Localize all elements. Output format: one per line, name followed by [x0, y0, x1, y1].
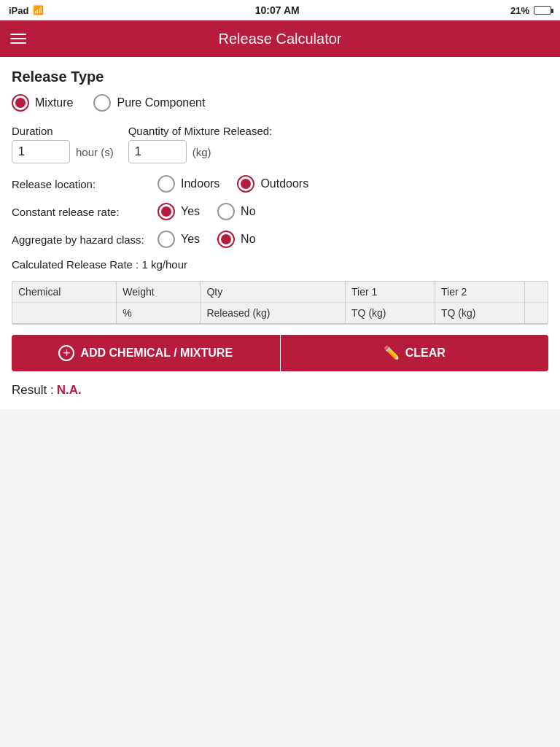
quantity-label: Quantity of Mixture Released:	[128, 125, 273, 137]
radio-agg-no-label: No	[241, 233, 255, 246]
constant-release-options: Yes No	[158, 203, 256, 220]
radio-indoors-label: Indoors	[181, 177, 219, 190]
radio-outdoors[interactable]: Outdoors	[237, 175, 308, 193]
result-value: N.A.	[57, 383, 82, 398]
col-chemical-header: Chemical	[12, 282, 117, 303]
radio-indoors[interactable]: Indoors	[158, 175, 219, 193]
col-tier2-header: Tier 2	[435, 282, 525, 303]
quantity-group: Quantity of Mixture Released: (kg)	[128, 125, 273, 163]
duration-label: Duration	[12, 125, 114, 137]
radio-outdoors-label: Outdoors	[260, 177, 308, 190]
radio-agg-yes-label: Yes	[181, 233, 200, 246]
radio-agg-yes[interactable]: Yes	[158, 231, 200, 248]
release-location-row: Release location: Indoors Outdoors	[12, 175, 548, 193]
radio-agg-no-inner	[221, 234, 231, 244]
radio-pure-outer	[93, 94, 111, 112]
quantity-unit: (kg)	[192, 146, 211, 158]
radio-const-no[interactable]: No	[217, 203, 255, 220]
action-buttons: + ADD CHEMICAL / MIXTURE ✏️ CLEAR	[12, 335, 548, 371]
status-left: iPad 📶	[9, 5, 44, 16]
radio-const-yes-inner	[161, 206, 171, 217]
header: Release Calculator	[0, 20, 560, 57]
calc-rate-display: Calculated Release Rate : 1 kg/hour	[12, 258, 548, 271]
time-label: 10:07 AM	[255, 4, 300, 16]
menu-button[interactable]	[10, 34, 26, 44]
add-chemical-button[interactable]: + ADD CHEMICAL / MIXTURE	[12, 335, 280, 371]
col-qty-header: Qty	[201, 282, 346, 303]
col-tier1-header: Tier 1	[346, 282, 435, 303]
chemicals-table: Chemical Weight Qty Tier 1 Tier 2 % Rele…	[12, 281, 548, 325]
release-type-options: Mixture Pure Component	[12, 94, 548, 112]
radio-pure[interactable]: Pure Component	[93, 94, 205, 112]
plus-icon: +	[58, 345, 74, 361]
add-button-label: ADD CHEMICAL / MIXTURE	[80, 347, 233, 360]
aggregate-hazard-label: Aggregate by hazard class:	[12, 233, 158, 246]
quantity-input[interactable]	[128, 140, 187, 163]
radio-agg-no-outer	[217, 231, 235, 248]
radio-const-yes-label: Yes	[181, 205, 200, 218]
constant-release-row: Constant release rate: Yes No	[12, 203, 548, 220]
radio-const-yes-outer	[158, 203, 175, 220]
col-chemical-sub	[12, 303, 117, 324]
carrier-label: iPad	[9, 5, 28, 16]
clear-button[interactable]: ✏️ CLEAR	[281, 335, 549, 371]
col-weight-header: Weight	[117, 282, 201, 303]
radio-agg-yes-outer	[158, 231, 175, 248]
duration-quantity-row: Duration hour (s) Quantity of Mixture Re…	[12, 125, 548, 163]
battery-icon	[534, 6, 551, 15]
constant-release-label: Constant release rate:	[12, 206, 158, 218]
aggregate-hazard-row: Aggregate by hazard class: Yes No	[12, 231, 548, 248]
release-location-label: Release location:	[12, 178, 158, 190]
radio-const-yes[interactable]: Yes	[158, 203, 200, 220]
radio-const-no-outer	[217, 203, 235, 220]
col-extra-sub	[524, 303, 548, 324]
radio-indoors-outer	[158, 175, 175, 193]
radio-mixture-inner	[15, 98, 26, 108]
result-label: Result :	[12, 383, 54, 398]
radio-outdoors-outer	[237, 175, 254, 193]
aggregate-hazard-options: Yes No	[158, 231, 256, 248]
duration-group: Duration hour (s)	[12, 125, 114, 163]
status-right: 21%	[510, 5, 551, 16]
release-location-options: Indoors Outdoors	[158, 175, 308, 193]
duration-input[interactable]	[12, 140, 70, 163]
result-display: Result : N.A.	[12, 383, 548, 398]
clear-button-label: CLEAR	[405, 347, 446, 360]
radio-mixture-label: Mixture	[35, 96, 73, 109]
col-extra-header	[524, 282, 548, 303]
duration-unit: hour (s)	[76, 146, 114, 158]
eraser-icon: ✏️	[384, 345, 400, 361]
release-type-title: Release Type	[12, 69, 548, 85]
app-title: Release Calculator	[219, 31, 342, 47]
status-bar: iPad 📶 10:07 AM 21%	[0, 0, 560, 20]
radio-agg-no[interactable]: No	[217, 231, 255, 248]
quantity-inline: (kg)	[128, 140, 273, 163]
radio-mixture[interactable]: Mixture	[12, 94, 73, 112]
col-weight-sub: %	[117, 303, 201, 324]
radio-outdoors-inner	[241, 179, 251, 189]
battery-percent: 21%	[510, 5, 529, 16]
calc-rate-value: 1 kg/hour	[141, 258, 187, 271]
radio-const-no-label: No	[241, 205, 255, 218]
radio-mixture-outer	[12, 94, 29, 112]
duration-inline: hour (s)	[12, 140, 114, 163]
wifi-icon: 📶	[33, 5, 44, 15]
col-tier1-sub: TQ (kg)	[346, 303, 435, 324]
col-tier2-sub: TQ (kg)	[435, 303, 525, 324]
calc-rate-label: Calculated Release Rate :	[12, 258, 139, 271]
radio-pure-label: Pure Component	[117, 96, 205, 109]
col-qty-sub: Released (kg)	[201, 303, 346, 324]
main-content: Release Type Mixture Pure Component Dura…	[0, 57, 560, 409]
